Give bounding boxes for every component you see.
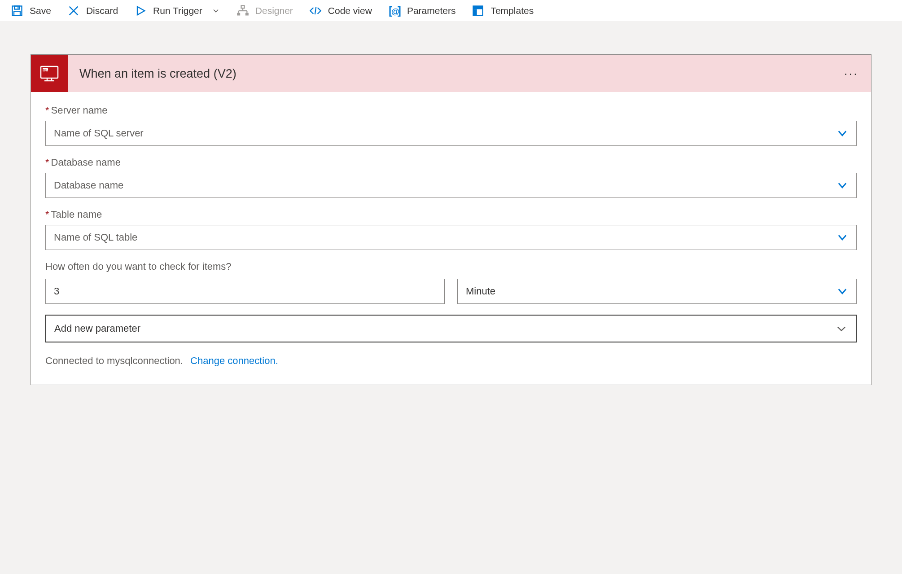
designer-canvas: SQL When an item is created (V2) ··· *Se…: [0, 22, 902, 574]
required-indicator: *: [45, 209, 49, 220]
svg-rect-21: [41, 66, 58, 78]
server-name-select[interactable]: Name of SQL server: [45, 121, 857, 146]
connected-to-label: Connected to mysqlconnection.: [45, 355, 183, 366]
svg-text:SQL: SQL: [43, 69, 48, 71]
templates-icon: [472, 4, 484, 17]
frequency-row: 3 Minute: [45, 279, 857, 304]
required-indicator: *: [45, 157, 49, 168]
frequency-label: How often do you want to check for items…: [45, 261, 857, 272]
chevron-down-icon: [835, 322, 848, 335]
save-label: Save: [30, 5, 51, 16]
designer-label: Designer: [255, 5, 293, 16]
svg-rect-12: [237, 13, 240, 16]
parameters-label: Parameters: [407, 5, 456, 16]
code-view-label: Code view: [328, 5, 372, 16]
database-name-select[interactable]: Database name: [45, 173, 857, 198]
parameters-button[interactable]: [ @ ] Parameters: [388, 4, 456, 17]
server-name-label: *Server name: [45, 105, 857, 116]
code-view-button[interactable]: Code view: [309, 4, 372, 17]
save-button[interactable]: Save: [11, 4, 51, 17]
sql-connector-icon: SQL: [31, 55, 68, 92]
discard-button[interactable]: Discard: [67, 4, 118, 17]
templates-button[interactable]: Templates: [472, 4, 534, 17]
card-menu-button[interactable]: ···: [832, 66, 871, 81]
svg-rect-19: [473, 6, 483, 9]
designer-button: Designer: [236, 4, 293, 17]
designer-icon: [236, 4, 249, 17]
chevron-down-icon: [211, 6, 220, 15]
toolbar: Save Discard Run Trigger Designer: [0, 0, 902, 22]
card-header[interactable]: SQL When an item is created (V2) ···: [31, 55, 871, 92]
frequency-unit-select[interactable]: Minute: [457, 279, 857, 304]
svg-rect-1: [14, 6, 20, 9]
svg-rect-20: [473, 9, 477, 16]
run-trigger-label: Run Trigger: [153, 5, 202, 16]
save-icon: [11, 4, 23, 17]
table-name-select[interactable]: Name of SQL table: [45, 225, 857, 250]
add-parameter-select[interactable]: Add new parameter: [45, 315, 857, 342]
code-icon: [309, 4, 322, 17]
templates-label: Templates: [490, 5, 534, 16]
card-title: When an item is created (V2): [68, 67, 832, 81]
trigger-card: SQL When an item is created (V2) ··· *Se…: [31, 54, 871, 385]
play-icon: [134, 4, 147, 17]
connection-info: Connected to mysqlconnection. Change con…: [45, 355, 857, 367]
svg-rect-13: [245, 13, 249, 16]
table-name-field: *Table name Name of SQL table: [45, 209, 857, 250]
svg-marker-6: [137, 7, 144, 15]
change-connection-link[interactable]: Change connection.: [190, 355, 278, 366]
svg-text:]: ]: [398, 5, 401, 17]
svg-line-14: [315, 7, 316, 14]
discard-label: Discard: [86, 5, 118, 16]
run-trigger-button[interactable]: Run Trigger: [134, 4, 220, 17]
database-name-label: *Database name: [45, 157, 857, 168]
card-body: *Server name Name of SQL server *Databas…: [31, 92, 871, 385]
parameters-icon: [ @ ]: [388, 4, 401, 17]
required-indicator: *: [45, 105, 49, 116]
svg-rect-7: [241, 5, 244, 8]
table-name-label: *Table name: [45, 209, 857, 220]
database-name-field: *Database name Database name: [45, 157, 857, 198]
svg-rect-2: [14, 11, 20, 15]
interval-input[interactable]: 3: [45, 279, 445, 304]
server-name-field: *Server name Name of SQL server: [45, 105, 857, 146]
close-icon: [67, 4, 80, 17]
